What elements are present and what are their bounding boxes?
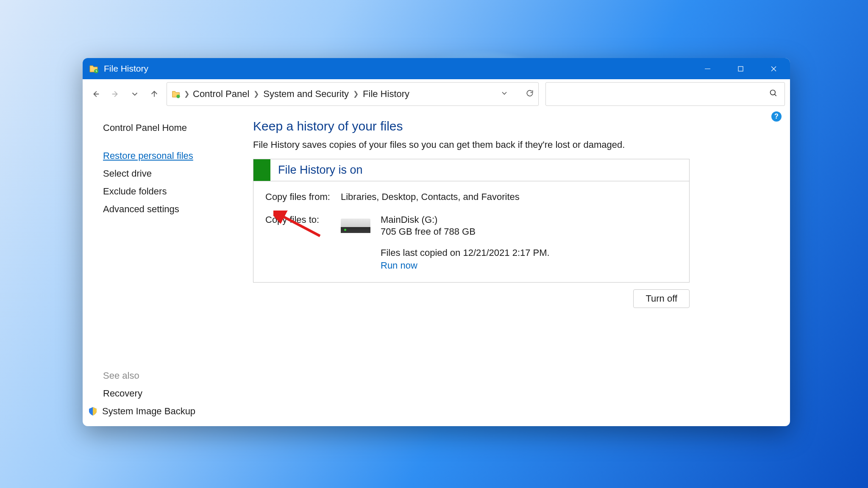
breadcrumb: Control Panel ❯ System and Security ❯ Fi…	[193, 89, 409, 100]
svg-rect-2	[738, 67, 743, 71]
turn-off-button[interactable]: Turn off	[633, 289, 690, 308]
svg-point-6	[771, 90, 776, 95]
address-dropdown[interactable]	[500, 89, 509, 99]
forward-button[interactable]	[111, 89, 120, 99]
status-header: File History is on	[253, 159, 689, 181]
status-title: File History is on	[270, 164, 363, 177]
recent-locations-dropdown[interactable]	[130, 89, 139, 99]
minimize-button[interactable]	[691, 58, 724, 79]
help-button[interactable]: ?	[771, 111, 782, 122]
sidebar-advanced-settings[interactable]: Advanced settings	[103, 200, 232, 218]
drive-space: 705 GB free of 788 GB	[381, 226, 550, 237]
sidebar-exclude-folders[interactable]: Exclude folders	[103, 183, 232, 200]
sidebar: Control Panel Home Restore personal file…	[83, 109, 232, 426]
file-history-window: File History ❯ Control Panel ❯ System an…	[83, 58, 790, 426]
run-now-link[interactable]: Run now	[381, 260, 550, 271]
search-box[interactable]	[545, 82, 785, 106]
copy-from-label: Copy files from:	[265, 191, 341, 202]
titlebar[interactable]: File History	[83, 58, 790, 79]
sidebar-restore-link[interactable]: Restore personal files	[103, 150, 193, 161]
sidebar-recovery[interactable]: Recovery	[103, 385, 232, 402]
svg-line-7	[775, 94, 776, 96]
refresh-button[interactable]	[526, 89, 534, 99]
chevron-right-icon: ❯	[353, 90, 359, 98]
shield-icon	[88, 406, 98, 416]
window-title: File History	[104, 64, 148, 74]
breadcrumb-item[interactable]: System and Security	[263, 89, 349, 100]
copy-to-label: Copy files to:	[265, 214, 341, 271]
sidebar-home[interactable]: Control Panel Home	[103, 119, 232, 137]
status-box: File History is on Copy files from: Libr…	[253, 159, 690, 283]
drive-icon	[341, 219, 370, 233]
page-heading: Keep a history of your files	[253, 119, 776, 133]
see-also-label: See also	[103, 332, 232, 385]
breadcrumb-item[interactable]: Control Panel	[193, 89, 249, 100]
up-button[interactable]	[150, 89, 159, 99]
folder-icon	[171, 89, 181, 99]
search-icon	[769, 89, 778, 99]
main-content: ? Keep a history of your files File Hist…	[232, 109, 790, 426]
status-on-indicator	[253, 159, 270, 181]
sidebar-system-image-backup[interactable]: System Image Backup	[102, 406, 195, 417]
last-copied-text: Files last copied on 12/21/2021 2:17 PM.	[381, 247, 550, 258]
drive-name: MainDisk (G:)	[381, 214, 550, 225]
maximize-button[interactable]	[724, 58, 757, 79]
navigation-bar: ❯ Control Panel ❯ System and Security ❯ …	[83, 79, 790, 109]
chevron-right-icon: ❯	[184, 90, 189, 98]
svg-point-5	[176, 94, 180, 98]
chevron-right-icon: ❯	[253, 90, 259, 98]
breadcrumb-item[interactable]: File History	[363, 89, 409, 100]
address-bar[interactable]: ❯ Control Panel ❯ System and Security ❯ …	[167, 82, 539, 106]
page-subtitle: File History saves copies of your files …	[253, 139, 776, 150]
app-icon	[89, 64, 99, 74]
close-button[interactable]	[757, 58, 790, 79]
back-button[interactable]	[91, 89, 100, 99]
copy-from-value: Libraries, Desktop, Contacts, and Favori…	[341, 191, 520, 202]
nav-arrows	[88, 89, 165, 99]
window-controls	[691, 58, 790, 79]
sidebar-select-drive[interactable]: Select drive	[103, 165, 232, 183]
